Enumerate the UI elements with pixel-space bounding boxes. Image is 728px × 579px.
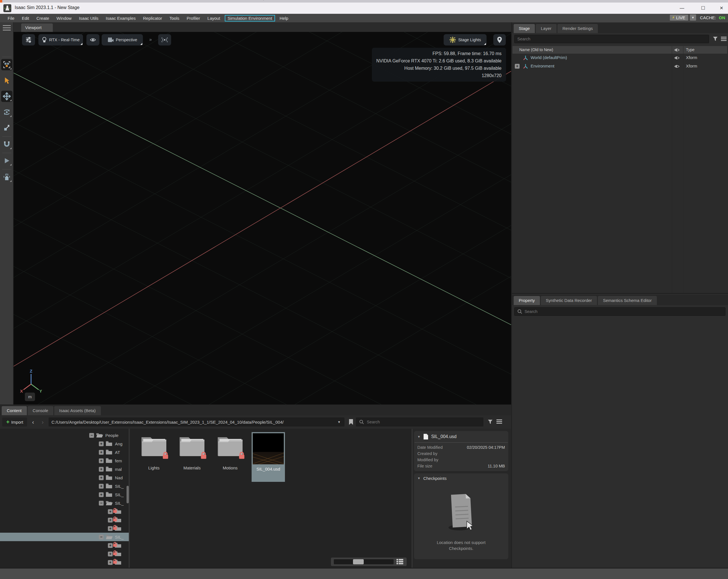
bookmark-icon[interactable]	[348, 419, 354, 425]
expand-toggle-icon[interactable]	[99, 535, 104, 539]
file-grid-item[interactable]: Motions	[213, 432, 247, 482]
slider-track[interactable]	[334, 559, 394, 564]
stage-tab[interactable]: Layer	[536, 24, 556, 33]
path-input[interactable]	[51, 420, 328, 425]
thumbnail-size-slider[interactable]	[331, 557, 407, 566]
expand-toggle-icon[interactable]	[108, 518, 113, 523]
tree-item[interactable]: fem	[0, 456, 129, 465]
property-tab[interactable]: Semantics Schema Editor	[598, 296, 657, 305]
forward-button[interactable]: ›	[39, 419, 46, 425]
file-info-header[interactable]: ▼ SIL_004.usd	[414, 431, 508, 442]
checkpoints-header[interactable]: ▼ Checkpoints	[414, 473, 508, 483]
expand-toggle-icon[interactable]	[99, 492, 104, 497]
content-tab[interactable]: Content	[2, 406, 27, 415]
content-tab[interactable]: Isaac Assets (Beta)	[54, 406, 101, 415]
filter-icon[interactable]	[712, 36, 718, 42]
tree-item[interactable]	[0, 507, 129, 516]
unit-indicator[interactable]: m	[25, 393, 35, 401]
prim-name[interactable]: Environment	[530, 64, 554, 68]
expand-toggle-icon[interactable]	[108, 543, 113, 548]
file-grid-item[interactable]: Materials	[175, 432, 209, 482]
visibility-button[interactable]	[86, 34, 99, 46]
tree-item[interactable]: SIL_	[0, 533, 129, 541]
visibility-eye-icon[interactable]	[674, 56, 680, 60]
visibility-eye-icon[interactable]	[674, 65, 680, 68]
content-search-box[interactable]	[356, 418, 484, 427]
file-grid-item[interactable]: Lights	[137, 432, 171, 482]
expand-toggle-icon[interactable]	[108, 526, 113, 531]
content-tab[interactable]: Console	[28, 406, 53, 415]
expand-toggle-icon[interactable]	[99, 458, 104, 463]
expand-toggle-icon[interactable]	[99, 484, 104, 488]
tab-viewport[interactable]: Viewport	[21, 23, 53, 32]
back-button[interactable]: ‹	[29, 419, 37, 425]
name-column-header[interactable]: Name (Old to New)	[519, 46, 553, 54]
content-options-icon[interactable]	[496, 420, 502, 425]
tree-item[interactable]: Nad	[0, 473, 129, 482]
scale-tool-button[interactable]	[1, 122, 12, 133]
minimize-button[interactable]: —	[676, 4, 687, 12]
expand-toggle-icon[interactable]	[108, 560, 113, 565]
stage-tab[interactable]: Stage	[514, 24, 535, 33]
tree-item[interactable]	[0, 516, 129, 524]
live-sync-button[interactable]: ⚡ LIVE	[670, 15, 688, 21]
property-tab[interactable]: Synthetic Data Recorder	[541, 296, 597, 305]
menu-item[interactable]: Profiler	[183, 15, 204, 22]
tree-item[interactable]	[0, 550, 129, 558]
tree-item[interactable]: SIL_	[0, 482, 129, 490]
menu-item[interactable]: File	[4, 15, 18, 22]
menu-item[interactable]: Replicator	[139, 15, 166, 22]
play-button[interactable]	[1, 155, 12, 166]
tree-item[interactable]: SIL_	[0, 490, 129, 499]
path-dropdown-icon[interactable]: ▼	[337, 420, 341, 424]
prim-name[interactable]: World (defaultPrim)	[530, 55, 567, 60]
select-mode-button[interactable]	[1, 59, 12, 70]
type-column-header[interactable]: Type	[686, 46, 694, 54]
property-search-box[interactable]	[514, 307, 725, 316]
stage-prim-row[interactable]: World (defaultPrim) Xform	[513, 54, 727, 62]
tree-item[interactable]	[0, 541, 129, 550]
file-grid-item[interactable]: SIL_004.usd	[252, 432, 285, 482]
tree-item[interactable]: Ang	[0, 439, 129, 448]
panel-divider[interactable]	[512, 293, 728, 294]
renderer-selector-button[interactable]: RTX - Real-Time	[38, 34, 83, 46]
toolbar-expand-chevrons[interactable]	[146, 34, 155, 46]
menu-item[interactable]: Window	[53, 15, 75, 22]
rotate-tool-button[interactable]	[1, 106, 12, 118]
menu-item[interactable]: Edit	[18, 15, 33, 22]
toolbar-menu-icon[interactable]	[3, 25, 11, 32]
stage-tab[interactable]: Render Settings	[557, 24, 598, 33]
expand-toggle-icon[interactable]	[99, 475, 104, 480]
content-search-input[interactable]	[367, 420, 480, 424]
live-dropdown-chevron-icon[interactable]: ▼	[690, 15, 696, 21]
move-tool-button[interactable]	[1, 91, 12, 102]
stage-search-input[interactable]	[517, 37, 706, 41]
menu-item[interactable]: Isaac Utils	[75, 15, 102, 22]
viewport-3d[interactable]: RTX - Real-Time Perspective Stage Lights…	[14, 32, 511, 404]
tree-item[interactable]: AT	[0, 448, 129, 456]
expand-toggle-icon[interactable]	[99, 501, 104, 506]
viewport-settings-button[interactable]	[22, 34, 35, 46]
expand-toggle-icon[interactable]	[108, 509, 113, 514]
expand-toggle-icon[interactable]	[108, 552, 113, 556]
select-tool-button[interactable]	[1, 75, 12, 86]
menu-item[interactable]: Layout	[204, 15, 224, 22]
collapse-caret-icon[interactable]: ▼	[417, 435, 420, 438]
expand-toggle-icon[interactable]	[99, 442, 104, 446]
property-search-input[interactable]	[524, 309, 722, 314]
maximize-button[interactable]: ☐	[698, 4, 709, 12]
collapse-caret-icon[interactable]: ▼	[417, 476, 420, 480]
snap-tool-button[interactable]	[1, 139, 12, 150]
physics-drop-button[interactable]	[1, 172, 12, 183]
content-filter-icon[interactable]	[487, 419, 493, 425]
tree-item[interactable]	[0, 524, 129, 533]
tree-item[interactable]	[0, 558, 129, 567]
stage-column-header[interactable]: Name (Old to New) Type	[513, 46, 727, 54]
waypoint-button[interactable]	[158, 34, 171, 46]
expand-toggle-icon[interactable]	[89, 433, 94, 438]
location-pin-button[interactable]	[493, 34, 506, 46]
expand-toggle-icon[interactable]	[515, 64, 520, 69]
stage-search-box[interactable]	[514, 35, 709, 43]
tree-item[interactable]: People	[0, 431, 129, 439]
close-button[interactable]: ✕	[716, 4, 727, 12]
